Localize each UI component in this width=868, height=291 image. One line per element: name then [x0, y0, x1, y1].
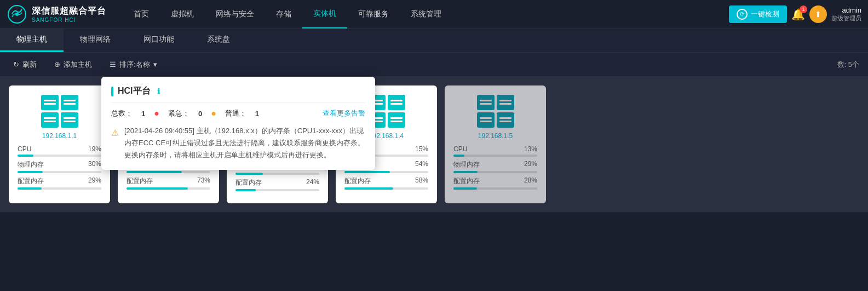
popup-title: HCI平台	[118, 85, 151, 97]
mem-val-4: 54%	[415, 160, 428, 169]
logo-text: 深信服超融合平台 SANGFOR HCI	[32, 5, 106, 23]
cfg-label-2: 配置内存	[127, 176, 153, 186]
host-cfg-stat-3: 配置内存 24%	[235, 178, 319, 191]
sort-icon: ☰	[110, 60, 116, 69]
share-icon: ⬆	[815, 10, 821, 19]
logo-area: 深信服超融合平台 SANGFOR HCI	[7, 4, 106, 25]
nav-physical[interactable]: 实体机	[302, 0, 347, 28]
warning-icon: ⚠	[111, 126, 119, 161]
nav-right: ⟳ 一键检测 🔔 1 ⬆ admin 超级管理员	[729, 5, 861, 23]
popup-stats: 总数： 1 ● 紧急： 0 ● 普通： 1 查看更多告警	[111, 109, 365, 118]
cpu-label-1: CPU	[18, 145, 31, 153]
cfg-label-1: 配置内存	[18, 176, 44, 186]
app-subtitle: SANGFOR HCI	[32, 17, 106, 23]
bell-button[interactable]: 🔔 1	[791, 8, 805, 21]
cfg-label-4: 配置内存	[344, 176, 371, 186]
cfg-label-3: 配置内存	[235, 178, 262, 187]
top-nav: 深信服超融合平台 SANGFOR HCI 首页 虚拟机 网络与安全 存储 实体机…	[0, 0, 868, 28]
nav-reliable[interactable]: 可靠服务	[347, 0, 400, 28]
host-name-5: 192.168.1.5	[453, 132, 537, 140]
app-title: 深信服超融合平台	[32, 5, 106, 17]
nav-network[interactable]: 网络与安全	[205, 0, 265, 28]
refresh-icon: ↻	[13, 60, 19, 69]
host-cfg-stat-5: 配置内存 28%	[453, 176, 537, 190]
cfg-val-1: 29%	[88, 176, 101, 186]
more-alerts-link[interactable]: 查看更多告警	[323, 109, 365, 118]
sub-nav: 物理主机 物理网络 网口功能 系统盘	[0, 28, 868, 53]
subnav-physical-host[interactable]: 物理主机	[0, 28, 64, 52]
nav-vm[interactable]: 虚拟机	[160, 0, 205, 28]
add-host-button[interactable]: ⊕ 添加主机	[50, 58, 96, 72]
admin-name: admin	[842, 6, 861, 14]
host-name-1: 192.168.1.1	[18, 132, 101, 140]
add-label: 添加主机	[64, 60, 92, 70]
add-icon: ⊕	[54, 60, 60, 69]
normal-label: 普通：	[225, 109, 246, 118]
popup-header: HCI平台 ℹ	[111, 85, 365, 103]
urgent-label: 紧急：	[168, 109, 189, 118]
refresh-button[interactable]: ↻ 刷新	[9, 58, 41, 72]
nav-storage[interactable]: 存储	[265, 0, 302, 28]
cfg-val-3: 24%	[306, 178, 319, 187]
host-mem-stat-1: 物理内存 30%	[18, 160, 101, 173]
nav-items: 首页 虚拟机 网络与安全 存储 实体机 可靠服务 系统管理	[123, 0, 729, 28]
host-mem-stat-5: 物理内存 29%	[453, 160, 537, 173]
host-cfg-stat-1: 配置内存 29%	[18, 176, 101, 190]
admin-role: 超级管理员	[831, 14, 861, 22]
popup-accent-bar	[111, 87, 113, 96]
sort-label: 排序:名称	[119, 60, 150, 70]
total-count: 数: 5个	[837, 60, 859, 70]
logo-icon	[7, 4, 27, 25]
nav-sysadmin[interactable]: 系统管理	[400, 0, 452, 28]
popup-info-icon: ℹ	[157, 87, 160, 96]
cfg-label-5: 配置内存	[453, 176, 480, 186]
host-cpu-stat-1: CPU 19%	[18, 145, 101, 157]
cpu-val-4: 15%	[415, 145, 428, 153]
sort-button[interactable]: ☰ 排序:名称 ▾	[105, 58, 162, 72]
cpu-label-5: CPU	[453, 145, 467, 153]
toolbar: ↻ 刷新 ⊕ 添加主机 ☰ 排序:名称 ▾ 数: 5个	[0, 53, 868, 77]
host-icon-5	[453, 94, 537, 128]
message-text: [2021-04-26 09:40:55] 主机（192.168.x.x）的内存…	[124, 125, 365, 161]
detect-button[interactable]: ⟳ 一键检测	[729, 5, 787, 23]
host-card-1[interactable]: 192.168.1.1 CPU 19% 物理内存 30% 配置内存 29%	[9, 85, 110, 203]
normal-val: 1	[255, 110, 259, 118]
nav-home[interactable]: 首页	[123, 0, 160, 28]
total-label: 总数：	[111, 109, 133, 118]
admin-area[interactable]: admin 超级管理员	[831, 6, 861, 22]
sort-chevron-icon: ▾	[153, 60, 157, 69]
cfg-val-4: 58%	[415, 176, 428, 186]
mem-val-1: 30%	[88, 160, 101, 169]
popup-message: ⚠ [2021-04-26 09:40:55] 主机（192.168.x.x）的…	[111, 125, 365, 161]
subnav-system-disk[interactable]: 系统盘	[191, 28, 246, 52]
main-content: 192.168.1.1 CPU 19% 物理内存 30% 配置内存 29%	[0, 77, 868, 212]
detect-icon: ⟳	[737, 9, 748, 20]
cfg-val-5: 28%	[524, 176, 537, 186]
subnav-nic-function[interactable]: 网口功能	[127, 28, 191, 52]
bell-badge: 1	[800, 5, 807, 13]
urgent-dot: ●	[154, 109, 159, 118]
refresh-label: 刷新	[22, 60, 37, 70]
host-cpu-stat-5: CPU 13%	[453, 145, 537, 157]
total-val: 1	[141, 110, 145, 118]
mem-val-5: 29%	[524, 160, 537, 169]
cpu-val-5: 13%	[524, 145, 537, 153]
host-icon-1	[18, 94, 101, 128]
urgent-val: 0	[198, 110, 202, 118]
host-cfg-stat-4: 配置内存 58%	[344, 176, 428, 190]
alert-popup: HCI平台 ℹ 总数： 1 ● 紧急： 0 ● 普通： 1 查看更多告警 ⚠ […	[101, 77, 375, 170]
mem-label-5: 物理内存	[453, 160, 480, 169]
subnav-physical-network[interactable]: 物理网络	[64, 28, 127, 52]
cpu-val-1: 19%	[88, 145, 101, 153]
host-card-5[interactable]: 192.168.1.5 CPU 13% 物理内存 29% 配置内存 28%	[445, 85, 546, 203]
cfg-val-2: 73%	[197, 176, 210, 186]
host-cfg-stat-2: 配置内存 73%	[127, 176, 210, 190]
mem-label-1: 物理内存	[18, 160, 44, 169]
share-button[interactable]: ⬆	[809, 5, 827, 23]
svg-point-1	[15, 13, 19, 16]
normal-dot: ●	[211, 109, 216, 118]
